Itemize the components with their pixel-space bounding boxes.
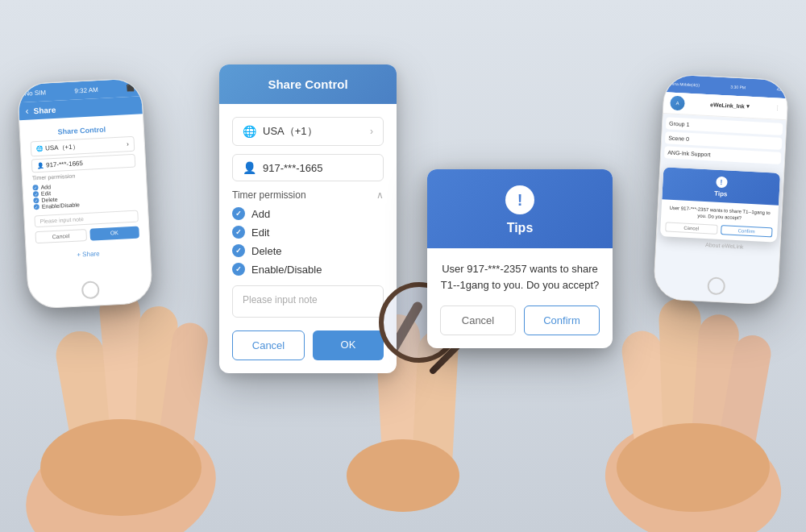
right-phone-avatar: A	[670, 96, 685, 111]
globe-icon: 🌐	[36, 145, 44, 152]
left-country-field[interactable]: 🌐 USA（+1） ›	[31, 136, 135, 157]
person-icon: 👤	[37, 162, 44, 168]
right-tips-title: Tips	[667, 188, 775, 201]
right-tips-exclamation: !	[720, 178, 723, 186]
left-phone-title: Share	[33, 105, 56, 114]
left-permissions-list: Add Edit Delete Enable/Disable	[32, 177, 138, 214]
phone-right: China Mobile(4G) 3:30 PM 41% A eWeLink_I…	[653, 73, 789, 305]
person-icon: 👤	[243, 161, 256, 174]
left-status-battery: ⬛	[127, 84, 135, 92]
center-cancel-button[interactable]: Cancel	[232, 330, 305, 360]
group-label: Group 1	[669, 121, 690, 127]
svg-point-14	[347, 439, 459, 512]
globe-icon: 🌐	[243, 125, 256, 138]
right-tips-body: User 917-***-2357 wants to share T1--1ga…	[660, 199, 779, 242]
chevron-right-icon: ›	[370, 126, 373, 137]
svg-point-5	[40, 419, 202, 516]
center-share-dialog: Share Control 🌐 USA（+1） › 👤 917-***-1665…	[219, 64, 397, 373]
tips-dialog: ! Tips User 917-***-2357 wants to share …	[427, 169, 613, 348]
left-perm-add-check	[32, 185, 38, 190]
center-dialog-body: 🌐 USA（+1） › 👤 917-***-1665 Timer permiss…	[219, 104, 397, 373]
scene-label: Scene 0	[668, 135, 689, 142]
device-label: ANG-Ink Support	[667, 149, 711, 157]
left-btn-row: Cancel OK	[35, 227, 139, 244]
tips-dialog-body: User 917-***-2357 wants to share T1--1ga…	[427, 248, 613, 348]
right-tips-cancel-button[interactable]: Cancel	[665, 222, 717, 234]
left-note-input[interactable]: Please input note	[34, 210, 139, 228]
tips-confirm-button[interactable]: Confirm	[524, 305, 600, 335]
left-cancel-button[interactable]: Cancel	[35, 229, 86, 243]
left-share-control-title: Share Control	[30, 124, 134, 138]
center-perm-delete: Delete	[232, 244, 384, 257]
tips-cancel-button[interactable]: Cancel	[440, 305, 516, 335]
back-icon[interactable]: ‹	[25, 106, 29, 117]
right-tips-btn-row: Cancel Confirm	[665, 222, 772, 237]
tips-dialog-header: ! Tips	[427, 169, 613, 248]
left-share-control-card: Share Control 🌐 USA（+1） › 👤 917-***-1665…	[24, 118, 144, 248]
chevron-up-icon: ∧	[376, 189, 384, 201]
right-tips-confirm-button[interactable]: Confirm	[721, 225, 773, 237]
right-status-time: 3:30 PM	[730, 84, 746, 89]
center-permissions-list: Add Edit Delete Enable/Disable	[232, 207, 384, 276]
right-tips-icon: !	[716, 177, 728, 189]
right-phone-screen: A eWeLink_Ink ▾ ⋮ Group 1 Scene 0 ANG-In…	[653, 92, 787, 305]
center-perm-add: Add	[232, 207, 384, 220]
tips-exclamation-icon: !	[517, 191, 523, 210]
center-ok-button[interactable]: OK	[313, 330, 384, 360]
center-perm-edit-check	[232, 226, 245, 239]
center-perm-delete-check	[232, 244, 245, 257]
left-phone-home-button[interactable]	[81, 281, 99, 299]
right-phone-tips-dialog: ! Tips User 917-***-2357 wants to share …	[660, 167, 780, 242]
right-phone-username: eWeLink_Ink ▾	[710, 102, 750, 110]
center-dialog-header: Share Control	[219, 64, 397, 104]
center-phone-field[interactable]: 👤 917-***-1665	[232, 154, 384, 181]
right-status-carrier: China Mobile(4G)	[668, 81, 700, 87]
chevron-right-icon: ›	[127, 140, 129, 148]
center-perm-edit: Edit	[232, 226, 384, 239]
center-perm-add-check	[232, 207, 245, 220]
center-country-field[interactable]: 🌐 USA（+1） ›	[232, 117, 384, 146]
tips-icon-circle: !	[505, 185, 534, 214]
tips-dialog-message: User 917-***-2357 wants to share T1--1ga…	[440, 261, 600, 293]
center-btn-row: Cancel OK	[232, 330, 384, 360]
center-timer-permission-label: Timer permission ∧	[232, 189, 384, 201]
right-phone-menu-icon[interactable]: ⋮	[775, 105, 780, 111]
left-ok-button[interactable]: OK	[89, 227, 139, 241]
left-share-button[interactable]: + Share	[27, 247, 150, 261]
center-perm-enable-disable: Enable/Disable	[232, 263, 384, 276]
center-dialog-title: Share Control	[232, 77, 384, 91]
left-perm-delete-check	[33, 197, 39, 203]
tips-btn-row: Cancel Confirm	[440, 305, 600, 335]
tips-dialog-title: Tips	[440, 221, 600, 235]
center-note-input[interactable]: Please input note	[232, 285, 384, 318]
center-perm-enable-check	[232, 263, 245, 276]
svg-point-11	[617, 423, 770, 512]
right-tips-message: User 917-***-2357 wants to share T1--1ga…	[666, 204, 774, 223]
phone-left: No SIM 9:32 AM ⬛ ‹ Share Share Control 🌐…	[17, 77, 153, 310]
left-perm-edit-check	[33, 191, 39, 197]
right-phone-content: Group 1 Scene 0 ANG-Ink Support	[661, 114, 787, 170]
left-perm-enable-check	[34, 204, 39, 210]
left-status-time: 9:32 AM	[74, 85, 98, 94]
right-status-battery: 41%	[776, 86, 784, 92]
left-status-carrier: No SIM	[24, 89, 46, 97]
